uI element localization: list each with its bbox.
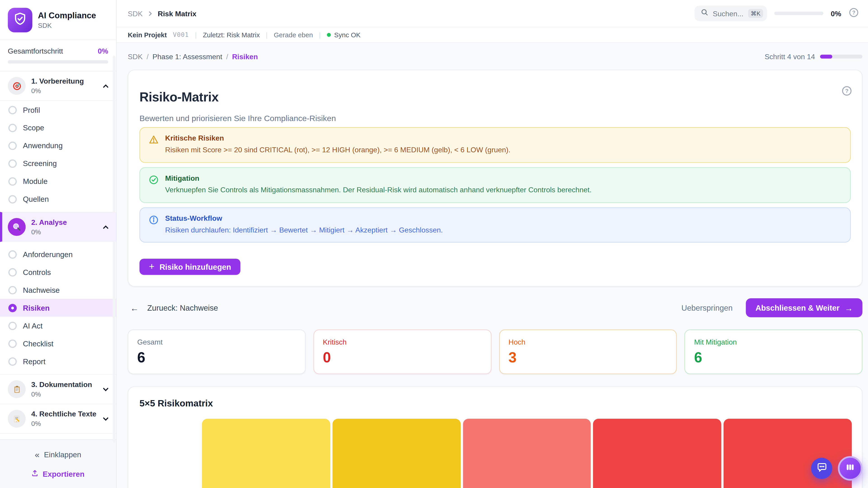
help-icon[interactable]: ? <box>848 7 859 20</box>
stat-card-mit-mitigation: Mit Mitigation 6 <box>685 330 863 374</box>
circle-icon <box>8 106 17 114</box>
sidebar-item-anwendung[interactable]: Anwendung <box>0 137 116 155</box>
arrow-left-icon: ← <box>128 301 141 315</box>
chat-bubble-icon <box>816 461 828 475</box>
memo-pencil-icon <box>8 410 26 428</box>
sidebar-item-nachweise[interactable]: Nachweise <box>0 281 116 299</box>
circle-icon <box>8 141 17 150</box>
page-content: SDK / Phase 1: Assessment / Risiken Schr… <box>117 43 868 488</box>
matrix-cell[interactable] <box>593 419 721 488</box>
sidebar-item-quellen[interactable]: Quellen <box>0 190 116 208</box>
sidebar-section-rechtliche-texte[interactable]: 4. Rechtliche Texte 0% <box>0 404 116 434</box>
sidebar-section-vorbereitung[interactable]: 1. Vorbereitung 0% <box>0 71 116 101</box>
chevron-down-icon <box>102 386 110 393</box>
complete-continue-button[interactable]: Abschliessen & Weiter → <box>746 298 862 318</box>
columns-icon <box>844 462 856 475</box>
circle-icon <box>8 177 17 186</box>
breadcrumb-current: Risk Matrix <box>158 9 196 18</box>
alert-critical-risks: Kritische Risiken Risiken mit Score >= 2… <box>140 127 851 163</box>
sidebar-item-scope[interactable]: Scope <box>0 119 116 137</box>
clipboard-icon <box>8 380 26 398</box>
risk-matrix-grid <box>202 419 852 488</box>
risk-matrix-card: Risiko-Matrix ? Bewerten und priorisiere… <box>128 70 862 287</box>
section-percent: 0% <box>31 390 96 398</box>
step-progress-bar <box>820 55 863 58</box>
sync-status: Sync OK <box>327 31 361 39</box>
sidebar-header: AI Compliance SDK <box>0 0 116 40</box>
sync-ok-dot-icon <box>327 33 331 37</box>
sidebar-item-ai-act[interactable]: AI Act <box>0 317 116 335</box>
section-percent: 0% <box>31 228 96 236</box>
sidebar-item-controls[interactable]: Controls <box>0 263 116 281</box>
topbar-progress-bar <box>774 12 824 15</box>
collapse-sidebar-button[interactable]: « Einklappen <box>0 447 116 463</box>
risk-matrix-grid-card: 5×5 Risikomatrix <box>128 387 862 488</box>
stat-card-kritisch: Kritisch 0 <box>313 330 491 374</box>
top-bar: SDK Risk Matrix Suchen... ⌘K 0% <box>117 0 868 27</box>
search-input[interactable]: Suchen... ⌘K <box>694 6 767 21</box>
alert-body: Verknuepfen Sie Controls als Mitigations… <box>165 185 592 195</box>
matrix-title: 5×5 Risikomatrix <box>140 398 852 409</box>
section-label: 4. Rechtliche Texte <box>31 410 96 418</box>
circle-icon <box>8 250 17 258</box>
topbar-progress-value: 0% <box>831 9 841 18</box>
sidebar-item-risiken[interactable]: Risiken <box>0 299 116 317</box>
section-label: 3. Dokumentation <box>31 381 96 389</box>
section-percent: 0% <box>31 87 96 95</box>
breadcrumb-phase[interactable]: Phase 1: Assessment <box>153 52 222 61</box>
matrix-cell[interactable] <box>202 419 330 488</box>
breadcrumb-sdk[interactable]: SDK <box>128 52 143 61</box>
breadcrumb-root[interactable]: SDK <box>128 9 143 18</box>
chevron-up-icon <box>102 223 110 230</box>
magnifier-icon <box>8 218 26 236</box>
sidebar-section-dokumentation[interactable]: 3. Dokumentation 0% <box>0 374 116 404</box>
sidebar: AI Compliance SDK Gesamtfortschritt 0% <box>0 0 117 488</box>
matrix-cell[interactable] <box>332 419 460 488</box>
last-saved-time: Gerade eben <box>274 31 313 39</box>
skip-button[interactable]: Ueberspringen <box>681 303 733 312</box>
breadcrumb-risiken: Risiken <box>232 52 258 61</box>
add-risk-button[interactable]: + Risiko hinzufuegen <box>140 259 241 275</box>
sidebar-section-analyse[interactable]: 2. Analyse 0% <box>0 212 116 242</box>
alert-status-workflow: Status-Workflow Risiken durchlaufen: Ide… <box>140 207 851 243</box>
page-title: Risiko-Matrix <box>140 90 851 105</box>
version-badge: V001 <box>173 31 189 38</box>
sidebar-section-betrieb[interactable]: 5. Betrieb 0% <box>0 434 116 440</box>
sidebar-item-module[interactable]: Module <box>0 172 116 190</box>
sidebar-footer: « Einklappen Exportieren <box>0 440 116 488</box>
risk-stats-row: Gesamt 6 Kritisch 0 Hoch 3 Mit Mitigatio… <box>128 330 862 374</box>
circle-icon <box>8 339 17 348</box>
circle-icon <box>8 322 17 330</box>
sidebar-item-anforderungen[interactable]: Anforderungen <box>0 246 116 263</box>
app-subtitle: SDK <box>38 22 96 29</box>
card-help-icon[interactable]: ? <box>841 86 852 99</box>
status-bar: Kein Projekt V001 | Zuletzt: Risk Matrix… <box>117 27 868 43</box>
export-button[interactable]: Exportieren <box>0 467 116 481</box>
alert-body: Risiken durchlaufen: Identifiziert → Bew… <box>165 225 443 236</box>
chevron-right-icon <box>147 10 153 17</box>
sidebar-item-screening[interactable]: Screening <box>0 155 116 172</box>
sidebar-item-profil[interactable]: Profil <box>0 101 116 119</box>
upload-icon <box>31 469 39 478</box>
back-button[interactable]: ← Zurueck: Nachweise <box>128 301 218 315</box>
alert-title: Kritische Risiken <box>165 134 510 142</box>
alert-body: Risiken mit Score >= 20 sind CRITICAL (r… <box>165 145 510 156</box>
overall-progress-bar <box>8 60 108 64</box>
main-area: SDK Risk Matrix Suchen... ⌘K 0% <box>117 0 868 488</box>
top-breadcrumb: SDK Risk Matrix <box>128 9 196 18</box>
matrix-cell[interactable] <box>463 419 591 488</box>
sidebar-item-report[interactable]: Report <box>0 352 116 370</box>
circle-icon <box>8 357 17 365</box>
plus-icon: + <box>149 262 155 271</box>
warning-triangle-icon <box>149 135 158 156</box>
chat-button[interactable] <box>811 458 832 479</box>
board-view-button[interactable] <box>838 456 863 481</box>
project-status: Kein Projekt <box>128 31 167 39</box>
section-label: 1. Vorbereitung <box>31 77 96 86</box>
sidebar-item-checklist[interactable]: Checklist <box>0 335 116 352</box>
matrix-cell[interactable] <box>723 419 852 488</box>
section-label: 2. Analyse <box>31 218 96 227</box>
circle-icon <box>8 268 17 276</box>
wizard-nav-row: ← Zurueck: Nachweise Ueberspringen Absch… <box>128 298 862 318</box>
shield-check-icon <box>13 12 27 29</box>
